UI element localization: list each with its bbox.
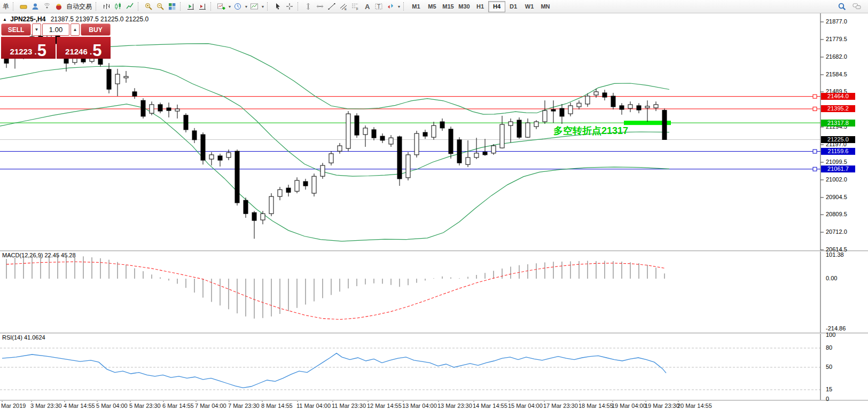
- candle-body: [167, 108, 171, 111]
- autotrade-button[interactable]: 自动交易: [65, 1, 93, 12]
- candle-body: [500, 124, 504, 148]
- time-axis-label: 4 Mar 14:55: [64, 403, 95, 409]
- price-axis-label: 50: [826, 364, 832, 370]
- candle-body: [184, 115, 188, 130]
- candle-body: [637, 106, 641, 110]
- trend-line-icon[interactable]: [326, 1, 338, 12]
- buy-price-big-digit: 5: [92, 43, 101, 58]
- price-axis-label: 0.00: [826, 275, 837, 281]
- timeframe-M1-button[interactable]: M1: [408, 2, 424, 12]
- toolbar-separator: [210, 2, 213, 11]
- candle-body: [645, 106, 650, 108]
- candle-body: [141, 100, 145, 116]
- signals-icon[interactable]: [41, 1, 53, 12]
- time-axis-label: 11 Mar 23:30: [332, 403, 366, 409]
- candle-body: [261, 214, 265, 220]
- search-icon[interactable]: [836, 1, 848, 12]
- timeframe-M5-button[interactable]: M5: [424, 2, 440, 12]
- horizontal-line-icon[interactable]: [314, 1, 326, 12]
- fibonacci-icon[interactable]: F: [349, 1, 361, 12]
- time-axis-label: 7 Mar 04:00: [195, 403, 226, 409]
- equidistant-channel-icon[interactable]: E: [338, 1, 349, 12]
- candle-body: [423, 132, 427, 136]
- zoom-in-icon[interactable]: [143, 1, 154, 12]
- candle-body: [509, 122, 513, 125]
- timeframe-H4-button[interactable]: H4: [488, 1, 505, 12]
- price-axis-label: 21682.0: [826, 53, 847, 60]
- timeframe-H1-button[interactable]: H1: [472, 2, 488, 12]
- volume-input[interactable]: 1.00: [42, 23, 69, 36]
- chart-shift-icon[interactable]: [197, 1, 208, 12]
- vertical-line-icon[interactable]: [302, 1, 314, 12]
- price-line-label: 21464.0: [821, 93, 855, 100]
- line-handle-marker[interactable]: [813, 94, 817, 98]
- text-label-icon[interactable]: T: [373, 1, 385, 12]
- line-chart-icon[interactable]: [124, 1, 136, 12]
- timeframe-MN-button[interactable]: MN: [537, 2, 553, 12]
- line-handle-marker[interactable]: [813, 149, 817, 153]
- volume-increase-button[interactable]: ▲: [71, 23, 80, 36]
- rsi-indicator-label: RSI(14) 41.0624: [2, 334, 45, 341]
- candle-body: [244, 200, 248, 214]
- candle-body: [568, 106, 573, 114]
- price-axis-label: 20809.5: [826, 211, 847, 217]
- timeframe-M15-button[interactable]: M15: [440, 2, 456, 12]
- symbol-name: JPN225-,H4: [10, 15, 45, 23]
- time-axis-label: 6 Mar 14:55: [162, 403, 194, 409]
- cursor-icon[interactable]: [272, 1, 284, 12]
- price-axis-label: 21779.5: [826, 36, 847, 42]
- periodicity-icon[interactable]: [232, 1, 244, 12]
- timeframe-M30-button[interactable]: M30: [456, 2, 472, 12]
- auto-scroll-icon[interactable]: [185, 1, 197, 12]
- tile-windows-icon[interactable]: [166, 1, 178, 12]
- svg-text:T: T: [377, 4, 380, 10]
- macd-indicator-label: MACD(12,26,9) 22.45 45.28: [2, 252, 76, 258]
- candle-body: [269, 196, 273, 214]
- autotrade-icon[interactable]: [53, 1, 65, 12]
- price-axis-label: 21877.0: [826, 18, 847, 25]
- price-axis-label: 15: [826, 386, 832, 392]
- candlestick-chart-icon[interactable]: [112, 1, 124, 12]
- templates-dropdown-arrow[interactable]: ▼: [261, 5, 265, 9]
- chat-icon[interactable]: [851, 1, 863, 12]
- line-handle-marker[interactable]: [813, 107, 817, 111]
- sell-price[interactable]: 21223 . 5: [1, 37, 56, 59]
- candle-body: [577, 103, 581, 107]
- svg-text:F: F: [356, 7, 358, 11]
- sell-price-big-digit: 5: [37, 43, 46, 58]
- new-order-button[interactable]: 单: [1, 1, 11, 12]
- zoom-out-icon[interactable]: [154, 1, 166, 12]
- time-axis-label: 15 Mar 04:00: [508, 403, 543, 409]
- bar-chart-icon[interactable]: [100, 1, 112, 12]
- arrows-icon[interactable]: [385, 1, 396, 12]
- buy-button[interactable]: BUY: [81, 23, 111, 36]
- volume-decrease-button[interactable]: ▼: [32, 23, 41, 36]
- candle-body: [107, 69, 111, 89]
- community-icon[interactable]: [29, 1, 41, 12]
- macd-signal-line: [6, 262, 664, 319]
- collapse-triangle-icon[interactable]: ▲: [3, 17, 7, 22]
- panel-separator[interactable]: [0, 250, 868, 251]
- candle-body: [620, 106, 624, 109]
- panel-separator[interactable]: [0, 333, 868, 334]
- timeframe-D1-button[interactable]: D1: [505, 2, 521, 12]
- candle-body: [380, 136, 385, 140]
- time-axis-label: 18 Mar 14:55: [578, 403, 613, 409]
- timeframe-W1-button[interactable]: W1: [521, 2, 537, 12]
- chart-canvas[interactable]: [0, 0, 868, 410]
- candle-body: [440, 122, 444, 128]
- line-handle-marker[interactable]: [813, 167, 817, 171]
- new-chart-dropdown-arrow[interactable]: ▼: [228, 5, 232, 9]
- panel-separator[interactable]: [0, 400, 868, 401]
- toolbar-separator: [180, 2, 183, 11]
- crosshair-icon[interactable]: [284, 1, 295, 12]
- periodicity-dropdown-arrow[interactable]: ▼: [244, 5, 248, 9]
- new-chart-icon[interactable]: [215, 1, 227, 12]
- gold-icon[interactable]: [18, 1, 29, 12]
- buy-price[interactable]: 21246 . 5: [57, 37, 111, 59]
- templates-icon[interactable]: [248, 1, 260, 12]
- text-icon[interactable]: A: [361, 1, 373, 12]
- sell-button[interactable]: SELL: [1, 23, 31, 36]
- arrows-dropdown-arrow[interactable]: ▼: [397, 5, 401, 9]
- candle-body: [346, 114, 350, 148]
